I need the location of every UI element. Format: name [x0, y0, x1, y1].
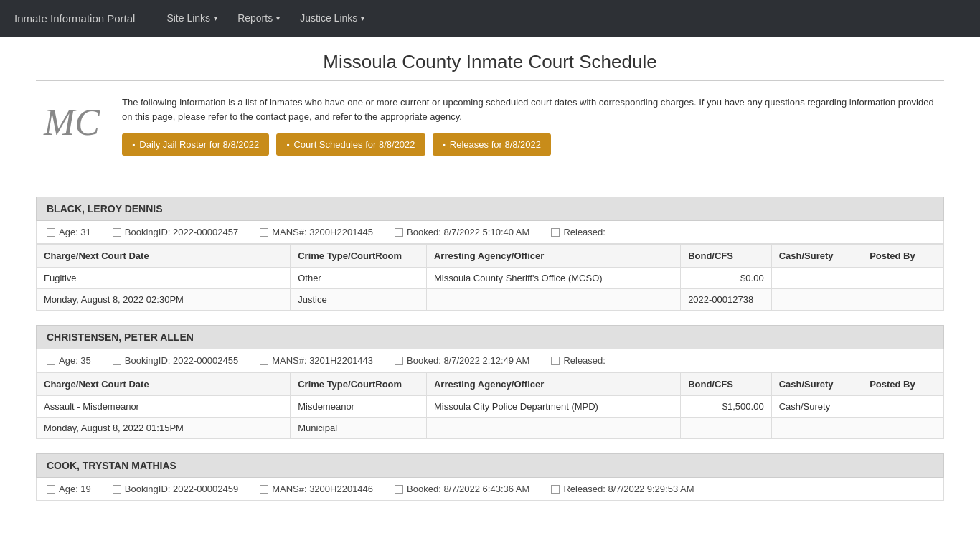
mans-field: MANS#: 3200H2201445: [260, 227, 373, 237]
booked-field: Booked: 8/7/2022 5:10:40 AM: [395, 227, 529, 237]
table-cell: [771, 289, 862, 311]
table-cell: Monday, August 8, 2022 02:30PM: [37, 289, 291, 311]
table-header: Cash/Surety: [771, 245, 862, 268]
nav-justice-links[interactable]: Justice Links ▾: [290, 0, 374, 37]
age-field: Age: 31: [47, 227, 91, 237]
field-icon: [395, 485, 403, 494]
title-divider: [36, 80, 944, 81]
table-header: Bond/CFS: [681, 373, 772, 396]
booking-id-field: BookingID: 2022-00002459: [113, 484, 238, 494]
table-header: Cash/Surety: [771, 373, 862, 396]
inmate-card: COOK, TRYSTAN MATHIASAge: 19BookingID: 2…: [36, 453, 944, 501]
main-content: Missoula County Inmate Court Schedule MC…: [0, 37, 980, 529]
table-cell: [862, 289, 944, 311]
table-cell: Other: [291, 268, 427, 289]
mans-field: MANS#: 3201H2201443: [260, 355, 373, 366]
court-schedules-button[interactable]: ▪ Court Schedules for 8/8/2022: [276, 133, 425, 156]
nav-brand: Inmate Information Portal: [14, 12, 135, 24]
field-icon: [260, 357, 268, 365]
field-icon: [47, 485, 55, 494]
inmate-info-row: Age: 19BookingID: 2022-00002459MANS#: 32…: [36, 478, 944, 501]
table-cell: Misdemeanor: [291, 396, 427, 418]
field-icon: [395, 228, 403, 237]
table-header: Charge/Next Court Date: [37, 245, 291, 268]
file-icon: ▪: [286, 140, 289, 150]
table-cell: Cash/Surety: [771, 396, 862, 418]
chevron-down-icon: ▾: [361, 0, 364, 37]
field-icon: [113, 228, 121, 237]
table-cell: [862, 396, 944, 418]
released-field: Released:: [551, 227, 606, 237]
chevron-down-icon: ▾: [214, 0, 217, 37]
table-cell: [771, 268, 862, 289]
field-icon: [551, 357, 560, 365]
daily-roster-button[interactable]: ▪ Daily Jail Roster for 8/8/2022: [122, 133, 269, 156]
table-header: Crime Type/CourtRoom: [291, 373, 427, 396]
table-cell: Missoula City Police Department (MPD): [426, 396, 680, 418]
field-icon: [113, 485, 121, 494]
inmate-name: COOK, TRYSTAN MATHIAS: [36, 453, 944, 478]
table-cell: [862, 268, 944, 289]
file-icon: ▪: [443, 140, 446, 150]
table-header: Crime Type/CourtRoom: [291, 245, 427, 268]
svg-text:MC: MC: [43, 102, 100, 143]
logo: MC: [36, 95, 108, 160]
table-header: Charge/Next Court Date: [37, 373, 291, 396]
inmate-name: BLACK, LEROY DENNIS: [36, 197, 944, 221]
age-field: Age: 35: [47, 355, 91, 366]
table-cell: [426, 289, 680, 311]
table-row: FugitiveOtherMissoula County Sheriff's O…: [37, 268, 944, 289]
age-field: Age: 19: [47, 484, 91, 494]
intro-block: MC The following information is a list o…: [36, 95, 944, 160]
chevron-down-icon: ▾: [276, 0, 280, 37]
field-icon: [260, 228, 268, 237]
field-icon: [551, 228, 560, 237]
page-title: Missoula County Inmate Court Schedule: [36, 51, 944, 73]
navbar: Inmate Information Portal Site Links ▾ R…: [0, 0, 980, 37]
table-header: Arresting Agency/Officer: [426, 245, 680, 268]
table-cell: [771, 418, 862, 439]
table-cell: Missoula County Sheriff's Office (MCSO): [426, 268, 680, 289]
table-cell: $1,500.00: [681, 396, 772, 418]
nav-reports[interactable]: Reports ▾: [227, 0, 290, 37]
charges-table: Charge/Next Court DateCrime Type/CourtRo…: [36, 244, 944, 311]
table-cell: Fugitive: [37, 268, 291, 289]
table-header: Posted By: [862, 245, 944, 268]
charges-table: Charge/Next Court DateCrime Type/CourtRo…: [36, 372, 944, 439]
table-header: Arresting Agency/Officer: [426, 373, 680, 396]
inmate-list: BLACK, LEROY DENNISAge: 31BookingID: 202…: [36, 197, 944, 501]
table-header: Posted By: [862, 373, 944, 396]
table-cell: [862, 418, 944, 439]
table-cell: 2022-00012738: [681, 289, 772, 311]
field-icon: [551, 485, 560, 494]
table-cell: [681, 418, 772, 439]
section-divider: [36, 182, 944, 182]
table-cell: Justice: [291, 289, 427, 311]
released-field: Released: 8/7/2022 9:29:53 AM: [551, 484, 694, 494]
nav-site-links[interactable]: Site Links ▾: [156, 0, 227, 37]
booked-field: Booked: 8/7/2022 6:43:36 AM: [395, 484, 529, 494]
field-icon: [113, 357, 121, 365]
table-cell: Monday, August 8, 2022 01:15PM: [37, 418, 291, 439]
table-row: Monday, August 8, 2022 01:15PMMunicipal: [37, 418, 944, 439]
action-buttons: ▪ Daily Jail Roster for 8/8/2022 ▪ Court…: [122, 133, 944, 156]
file-icon: ▪: [132, 140, 135, 150]
booked-field: Booked: 8/7/2022 2:12:49 AM: [395, 355, 529, 366]
releases-button[interactable]: ▪ Releases for 8/8/2022: [433, 133, 551, 156]
booking-id-field: BookingID: 2022-00002457: [113, 227, 238, 237]
field-icon: [47, 228, 55, 237]
released-field: Released:: [551, 355, 606, 366]
field-icon: [260, 485, 268, 494]
mans-field: MANS#: 3200H2201446: [260, 484, 373, 494]
intro-text: The following information is a list of i…: [122, 95, 944, 123]
field-icon: [395, 357, 403, 365]
table-cell: Municipal: [291, 418, 427, 439]
inmate-info-row: Age: 31BookingID: 2022-00002457MANS#: 32…: [36, 221, 944, 244]
inmate-info-row: Age: 35BookingID: 2022-00002455MANS#: 32…: [36, 349, 944, 372]
table-header: Bond/CFS: [681, 245, 772, 268]
table-row: Monday, August 8, 2022 02:30PMJustice202…: [37, 289, 944, 311]
inmate-name: CHRISTENSEN, PETER ALLEN: [36, 325, 944, 349]
table-cell: $0.00: [681, 268, 772, 289]
table-cell: Assault - Misdemeanor: [37, 396, 291, 418]
table-cell: [426, 418, 680, 439]
